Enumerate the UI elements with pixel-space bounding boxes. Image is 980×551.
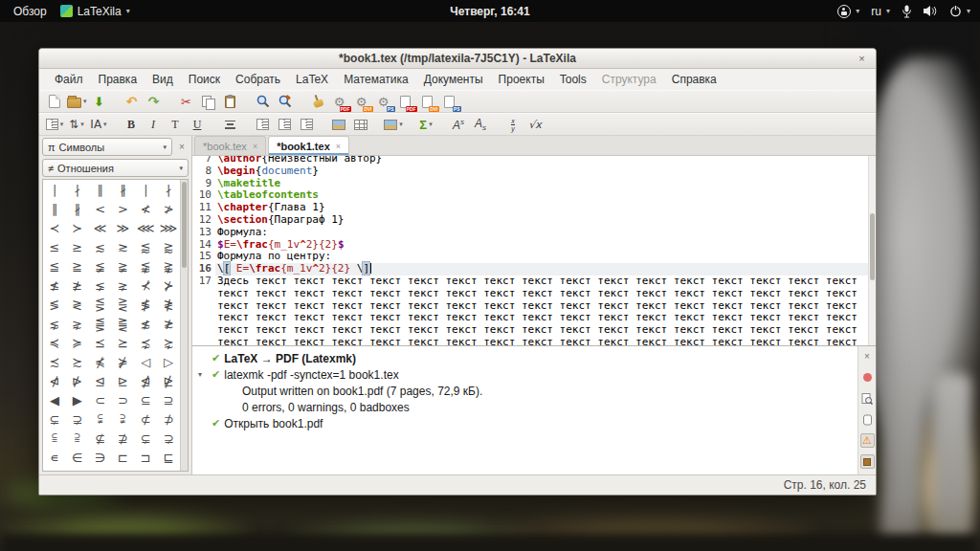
- menu-Проекты[interactable]: Проекты: [491, 71, 552, 88]
- cut-button[interactable]: ✂: [177, 92, 196, 111]
- menu-Tools[interactable]: Tools: [552, 71, 594, 88]
- symbol-cell[interactable]: ≯: [157, 199, 180, 218]
- symbol-cell[interactable]: ⊈: [89, 429, 112, 448]
- symbol-cell[interactable]: ⊃: [112, 390, 135, 409]
- symbol-cell[interactable]: ⊂: [89, 390, 112, 409]
- symbol-cell[interactable]: ≮: [134, 199, 157, 218]
- open-button[interactable]: ▾: [67, 92, 87, 111]
- symbol-cell[interactable]: ≸: [134, 295, 157, 314]
- symbol-cell[interactable]: ⊴: [89, 371, 112, 390]
- symbol-cell[interactable]: ≲: [89, 237, 112, 256]
- close-icon[interactable]: ×: [253, 142, 257, 151]
- volume-icon[interactable]: [924, 5, 938, 17]
- itemize-button[interactable]: [253, 115, 272, 134]
- symbol-cell[interactable]: ≫: [112, 218, 135, 237]
- tab-book-tex[interactable]: *book.tex×: [194, 136, 266, 155]
- symbol-cell[interactable]: ⊉: [112, 429, 135, 448]
- accessibility-menu[interactable]: ▾: [837, 5, 859, 18]
- menu-LaTeX[interactable]: LaTeX: [288, 71, 336, 88]
- symbol-cell[interactable]: ≽: [66, 333, 89, 352]
- symbol-cell[interactable]: ⋪: [43, 371, 66, 390]
- symbol-cell[interactable]: ⋫: [66, 371, 89, 390]
- editor-line-12[interactable]: 12\section{Параграф 1}: [192, 214, 876, 227]
- search-button[interactable]: [254, 92, 273, 111]
- build-message[interactable]: 0 errors, 0 warnings, 0 badboxes: [198, 399, 858, 415]
- symbol-cell[interactable]: ⊇: [157, 390, 180, 409]
- show-badboxes-toggle[interactable]: [860, 454, 875, 469]
- symbol-cell[interactable]: ⊅: [157, 409, 180, 429]
- symbol-cell[interactable]: ≧: [66, 256, 89, 276]
- symbol-cell[interactable]: ∤: [66, 180, 89, 199]
- redo-button[interactable]: ↷: [145, 92, 164, 111]
- symbol-cell[interactable]: ⊀: [134, 276, 157, 295]
- symbol-cell[interactable]: >: [112, 199, 135, 218]
- symbol-cell[interactable]: ⋦: [43, 314, 66, 333]
- symbol-cell[interactable]: ≰: [43, 276, 66, 295]
- math-functions-button[interactable]: Σ▾: [416, 115, 435, 134]
- symbol-cell[interactable]: ◁: [134, 352, 157, 371]
- symbol-cell[interactable]: ⊵: [112, 371, 135, 390]
- symbol-cell[interactable]: ∊: [43, 448, 66, 467]
- symbol-cell[interactable]: ≵: [157, 314, 180, 333]
- copy-button[interactable]: [199, 92, 218, 111]
- symbol-cell[interactable]: ≶: [43, 295, 66, 314]
- symbol-cell[interactable]: ≾: [43, 352, 66, 371]
- symbol-cell[interactable]: ⋠: [89, 352, 112, 371]
- symbol-cell[interactable]: ⊐: [134, 448, 157, 467]
- menu-Файл[interactable]: Файл: [47, 71, 91, 88]
- symbol-cell[interactable]: ≩: [112, 256, 135, 276]
- app-menu-button[interactable]: LaTeXila ▾: [60, 5, 130, 18]
- symbol-cell[interactable]: ⊁: [157, 276, 180, 295]
- references-button[interactable]: ⇅▾: [67, 115, 86, 134]
- symbol-cell[interactable]: ⪋: [89, 314, 112, 333]
- build-message[interactable]: ✔LaTeX → PDF (Latexmk): [198, 350, 858, 366]
- symbol-cell[interactable]: ⋬: [134, 371, 157, 390]
- symbol-cell[interactable]: ∦: [112, 180, 135, 199]
- italic-button[interactable]: I: [144, 115, 163, 134]
- symbol-cell[interactable]: ≴: [134, 314, 157, 333]
- math-environment-button[interactable]: ▾: [384, 115, 403, 134]
- menu-Собрать[interactable]: Собрать: [228, 71, 288, 88]
- symbol-cell[interactable]: ≹: [157, 295, 180, 314]
- menu-Математика[interactable]: Математика: [336, 71, 416, 88]
- save-button[interactable]: ⬇: [90, 92, 109, 111]
- symbol-cell[interactable]: ∣: [134, 180, 157, 199]
- new-document-button[interactable]: [45, 92, 64, 111]
- microphone-icon[interactable]: [902, 5, 912, 18]
- menu-Вид[interactable]: Вид: [145, 71, 181, 88]
- symbol-cell[interactable]: ⊋: [66, 409, 89, 429]
- symbol-cell[interactable]: ≤: [43, 237, 66, 256]
- symbol-cell[interactable]: ≿: [66, 352, 89, 371]
- build-dvi-button[interactable]: ⚙DVI: [352, 92, 371, 111]
- keyboard-layout-menu[interactable]: ru ▾: [871, 5, 890, 18]
- symbol-cell[interactable]: ∤: [157, 180, 180, 199]
- symbol-cell[interactable]: ∣: [43, 180, 66, 199]
- subscript-button[interactable]: As: [471, 115, 490, 134]
- side-panel-selector[interactable]: π Символы ▾: [42, 138, 172, 156]
- symbol-cell[interactable]: ⪯: [89, 333, 112, 352]
- view-ps-button[interactable]: PS: [440, 92, 459, 111]
- symbol-cell[interactable]: ⊋: [157, 429, 180, 448]
- symbol-cell[interactable]: ⫆: [66, 429, 89, 448]
- fraction-button[interactable]: xy: [503, 115, 523, 134]
- symbol-cell[interactable]: ⪰: [112, 333, 135, 352]
- symbol-cell[interactable]: ≺: [43, 218, 66, 237]
- symbol-cell[interactable]: ⊒: [43, 467, 66, 471]
- build-pdf-button[interactable]: ⚙PDF: [330, 92, 349, 111]
- typewriter-button[interactable]: T: [166, 115, 185, 134]
- symbol-cell[interactable]: ≼: [43, 333, 66, 352]
- view-dvi-button[interactable]: DVI: [418, 92, 437, 111]
- symbol-cell[interactable]: ≻: [66, 218, 89, 237]
- symbol-cell[interactable]: ∥: [89, 180, 112, 199]
- menu-Документы[interactable]: Документы: [416, 71, 491, 88]
- symbol-cell[interactable]: ⊏: [112, 448, 135, 467]
- center-button[interactable]: [220, 115, 239, 134]
- editor-line-8[interactable]: 8\begin{document}: [192, 165, 876, 178]
- show-details-button[interactable]: [860, 412, 875, 427]
- close-icon[interactable]: ×: [336, 142, 341, 151]
- sectioning-button[interactable]: ▾: [45, 115, 64, 134]
- symbol-cell[interactable]: ≷: [66, 295, 89, 314]
- symbol-cell[interactable]: ▶: [66, 390, 89, 409]
- symbol-cell[interactable]: ⋙: [157, 218, 180, 237]
- symbol-cell[interactable]: ⊊: [43, 409, 66, 429]
